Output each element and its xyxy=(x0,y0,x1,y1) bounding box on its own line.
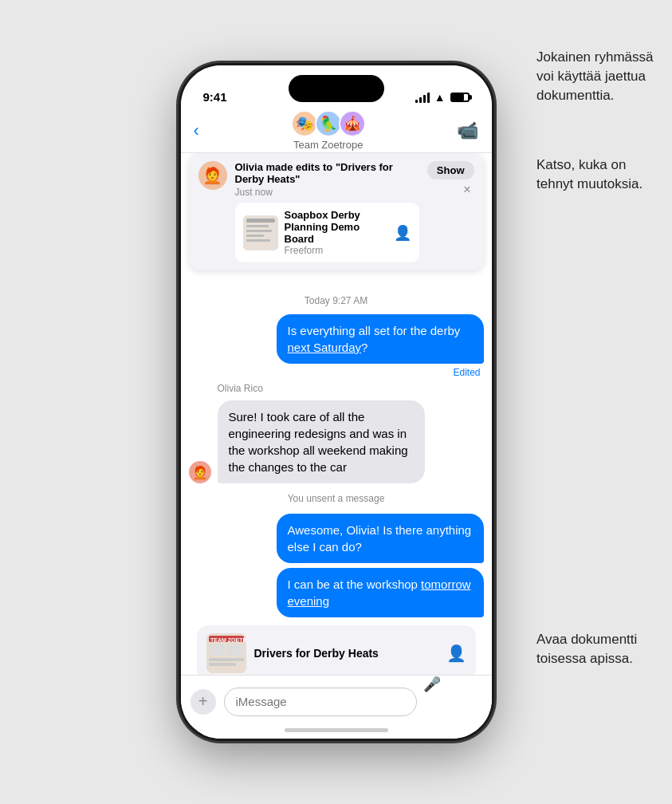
mic-icon[interactable]: 🎤 xyxy=(423,676,441,693)
annotation-3: Avaa dokumentti toisessa apissa. xyxy=(536,630,664,668)
status-icons: ▲ xyxy=(415,91,470,104)
message-row: Awesome, Olivia! Is there anything else … xyxy=(189,514,484,563)
annotation-2: Katso, kuka on tehnyt muutoksia. xyxy=(536,156,664,194)
notif-doc-person-icon: 👤 xyxy=(394,224,411,242)
wifi-icon: ▲ xyxy=(434,91,446,104)
svg-rect-4 xyxy=(246,235,264,237)
signal-bars-icon xyxy=(415,92,430,103)
nav-center[interactable]: 🎭 🦜 🎪 Team Zoetrope xyxy=(291,110,366,151)
back-button[interactable]: ‹ xyxy=(194,120,199,141)
notif-content: Olivia made edits to "Drivers for Derby … xyxy=(235,161,419,262)
bar1 xyxy=(415,100,418,103)
svg-text:TEAM ZOETROPE: TEAM ZOETROPE xyxy=(210,637,246,643)
doc-card-info: Drivers for Derby Heats xyxy=(254,647,438,660)
edited-label: Edited xyxy=(189,367,481,378)
svg-rect-2 xyxy=(246,225,269,227)
svg-rect-11 xyxy=(209,658,244,661)
avatar-3: 🎪 xyxy=(339,110,366,137)
nav-title: Team Zoetrope xyxy=(293,139,363,151)
sent-bubble[interactable]: I can be at the workshop tomorrow evenin… xyxy=(277,568,484,617)
svg-rect-9 xyxy=(209,644,225,656)
notif-doc[interactable]: Soapbox Derby Planning Demo Board Freefo… xyxy=(235,203,419,262)
bar2 xyxy=(419,97,422,103)
link-next-saturday[interactable]: next Saturday xyxy=(288,341,362,354)
message-input[interactable] xyxy=(224,688,417,716)
sent-bubble[interactable]: Is everything all set for the derby next… xyxy=(277,314,484,364)
timestamp-label: Today 9:27 AM xyxy=(189,295,484,306)
nav-bar: ‹ 🎭 🦜 🎪 Team Zoetrope 📹 xyxy=(181,108,492,153)
received-bubble[interactable]: Sure! I took care of all the engineering… xyxy=(218,400,425,483)
message-row: I can be at the workshop tomorrow evenin… xyxy=(189,568,484,617)
add-attachments-button[interactable]: + xyxy=(191,689,216,715)
scene: Jokainen ryhmässä voi käyttää jaettua do… xyxy=(0,0,672,804)
message-row: Is everything all set for the derby next… xyxy=(189,314,484,364)
notif-title: Olivia made edits to "Drivers for Derby … xyxy=(235,161,419,185)
svg-rect-1 xyxy=(246,219,275,223)
avatar-2: 🦜 xyxy=(315,110,342,137)
svg-rect-12 xyxy=(209,663,236,666)
show-button[interactable]: Show xyxy=(427,161,474,179)
message-row: 🧑‍🦰 Sure! I took care of all the enginee… xyxy=(189,400,484,483)
svg-rect-3 xyxy=(246,230,272,232)
link-tomorrow-evening[interactable]: tomorrow evening xyxy=(288,577,471,608)
notif-icon: 🧑‍🦰 xyxy=(198,161,227,190)
notif-time: Just now xyxy=(235,187,419,198)
dynamic-island xyxy=(289,75,384,102)
video-call-button[interactable]: 📹 xyxy=(457,120,478,141)
annotation-1: Jokainen ryhmässä voi käyttää jaettua do… xyxy=(536,48,664,104)
svg-rect-5 xyxy=(246,239,270,242)
sent-bubble[interactable]: Awesome, Olivia! Is there anything else … xyxy=(277,514,484,563)
notif-actions: Show × xyxy=(427,161,474,197)
doc-card-thumb: TEAM ZOETROPE xyxy=(206,633,246,673)
phone-frame: 9:41 ▲ ‹ xyxy=(181,65,492,739)
status-time: 9:41 xyxy=(203,90,227,104)
notif-doc-sub: Freeform xyxy=(285,245,387,256)
doc-card-title: Drivers for Derby Heats xyxy=(254,647,438,660)
notif-doc-title: Soapbox Derby Planning Demo Board xyxy=(285,209,387,245)
bar3 xyxy=(423,95,426,103)
svg-rect-10 xyxy=(227,644,243,656)
notif-doc-info: Soapbox Derby Planning Demo Board Freefo… xyxy=(285,209,387,256)
unsent-label: You unsent a message xyxy=(189,493,484,504)
home-indicator xyxy=(285,728,388,732)
avatar-olivia: 🧑‍🦰 xyxy=(189,461,211,483)
doc-card-person-icon[interactable]: 👤 xyxy=(446,644,466,663)
bar4 xyxy=(427,93,430,103)
nav-avatars: 🎭 🦜 🎪 xyxy=(291,110,366,137)
notification-banner: 🧑‍🦰 Olivia made edits to "Drivers for De… xyxy=(189,153,484,270)
messages-area: Today 9:27 AM Is everything all set for … xyxy=(181,281,492,675)
doc-card[interactable]: TEAM ZOETROPE Drivers for Derby Heats 👤 xyxy=(197,625,476,675)
notif-doc-thumb xyxy=(243,215,278,250)
close-button[interactable]: × xyxy=(460,183,474,197)
battery-icon xyxy=(450,93,470,102)
battery-fill xyxy=(452,94,464,100)
avatar-1: 🎭 xyxy=(291,110,318,137)
sender-name: Olivia Rico xyxy=(218,383,484,394)
